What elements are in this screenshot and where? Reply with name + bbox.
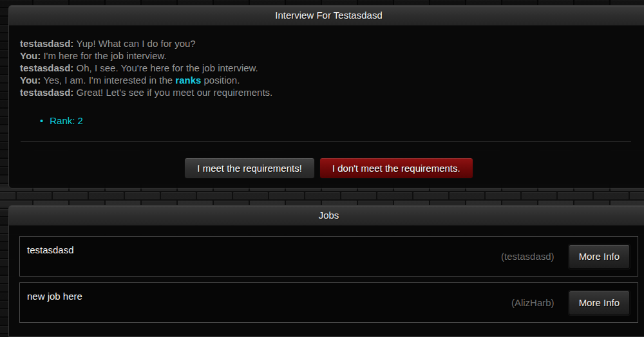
bullet-icon: • xyxy=(40,115,43,126)
brick xyxy=(17,192,52,199)
job-row-right: (testasdasd)More Info xyxy=(501,237,630,276)
brick xyxy=(305,192,340,199)
more-info-button[interactable]: More Info xyxy=(569,244,630,269)
divider xyxy=(21,141,631,142)
interview-panel: Interview For Testasdasd testasdasd: Yup… xyxy=(8,5,644,188)
brick xyxy=(53,192,88,199)
brick xyxy=(522,192,556,199)
brick xyxy=(630,192,644,199)
chat-speaker: testasdasd: xyxy=(20,62,77,73)
chat-line: You: I'm here for the job interview. xyxy=(20,50,636,62)
brick-row xyxy=(0,192,644,199)
job-owner: (testasdasd) xyxy=(501,251,554,262)
job-row: testasdasd(testasdasd)More Info xyxy=(19,236,638,277)
meet-requirements-button[interactable]: I meet the requirements! xyxy=(184,158,315,179)
brick xyxy=(233,192,268,199)
chat-log: testasdasd: Yup! What can I do for you?Y… xyxy=(9,26,644,98)
job-row: new job here(AlizHarb)More Info xyxy=(19,282,638,323)
brick xyxy=(125,192,160,199)
brick xyxy=(558,192,592,199)
chat-text: Great! Let's see if you meet our require… xyxy=(77,87,273,98)
requirement-item: •Rank: 2 xyxy=(40,114,644,127)
interview-buttons: I meet the requirements! I don't meet th… xyxy=(9,158,644,179)
brick xyxy=(450,192,484,199)
chat-text: Yup! What can I do for you? xyxy=(77,38,196,49)
brick xyxy=(269,192,304,199)
brick xyxy=(161,192,196,199)
requirements-list: •Rank: 2 xyxy=(9,114,644,127)
chat-line: You: Yes, I am. I'm interested in the ra… xyxy=(20,74,636,86)
jobs-panel: Jobs testasdasd(testasdasd)More Infonew … xyxy=(8,205,644,337)
chat-line: testasdasd: Great! Let's see if you meet… xyxy=(20,86,636,98)
brick xyxy=(89,192,124,199)
dont-meet-requirements-button[interactable]: I don't meet the requirements. xyxy=(319,158,473,179)
more-info-button[interactable]: More Info xyxy=(569,291,630,315)
chat-line: testasdasd: Yup! What can I do for you? xyxy=(20,37,636,50)
brick xyxy=(197,192,232,199)
brick xyxy=(0,192,15,199)
chat-text: Oh, I see. You're here for the job inter… xyxy=(77,62,258,73)
chat-speaker: testasdasd: xyxy=(20,87,77,98)
jobs-panel-title: Jobs xyxy=(9,206,644,226)
chat-speaker: You: xyxy=(20,75,43,86)
job-owner: (AlizHarb) xyxy=(511,297,554,308)
chat-speaker: testasdasd: xyxy=(20,38,77,49)
jobs-list: testasdasd(testasdasd)More Infonew job h… xyxy=(9,226,644,323)
job-name: new job here xyxy=(27,291,82,302)
chat-highlight: ranks xyxy=(175,75,201,86)
requirement-text: Rank: 2 xyxy=(50,115,83,126)
chat-line: testasdasd: Oh, I see. You're here for t… xyxy=(20,62,636,74)
chat-text: I'm here for the job interview. xyxy=(43,50,166,61)
chat-speaker: You: xyxy=(20,50,43,61)
brick xyxy=(413,192,448,199)
brick xyxy=(486,192,520,199)
job-row-right: (AlizHarb)More Info xyxy=(511,283,630,322)
brick xyxy=(377,192,412,199)
brick xyxy=(594,192,629,199)
job-name: testasdasd xyxy=(27,244,74,255)
brick xyxy=(341,192,376,199)
interview-panel-title: Interview For Testasdasd xyxy=(9,6,644,26)
chat-text: position. xyxy=(201,75,240,86)
chat-text: Yes, I am. I'm interested in the xyxy=(43,75,175,86)
